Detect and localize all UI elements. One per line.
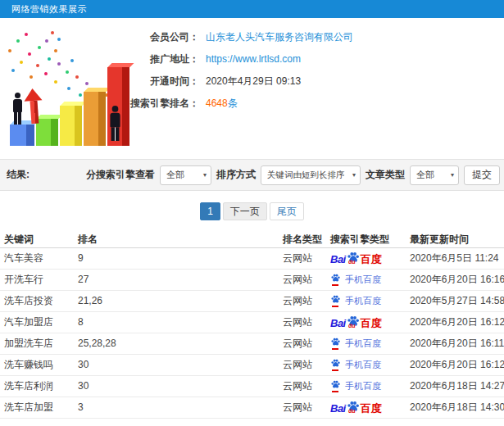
promo-url-link[interactable]: https://www.lrtlsd.com — [206, 53, 301, 65]
confetti-dots-decoration — [0, 25, 3, 28]
mobile-baidu-label: 手机百度 — [345, 274, 381, 286]
table-header-row: 关键词 排名 排名类型 搜索引擎类型 最新更新时间 — [0, 232, 504, 247]
table-row: 洗车店利润 30 云网站 手机百度 2020年6月18日 14:27 — [0, 375, 504, 397]
engine-type-cell: 手机百度 — [330, 354, 410, 375]
table-row: 洗车店投资 21,26 云网站 手机百度 2020年5月27日 14:58 — [0, 290, 504, 311]
mobile-baidu-label: 手机百度 — [345, 338, 381, 350]
keyword-cell: 洗车店加盟 — [0, 397, 78, 418]
rank-count-unit: 条 — [228, 97, 238, 109]
table-row: 洗车店加盟 3 云网站 Bai du 百度 2020年6月18日 14:30 — [0, 397, 504, 418]
filter-bar: 结果: 分搜索引擎查看 全部 ▾ 排序方式 关键词由短到长排序 ▾ 文章类型 全… — [0, 159, 504, 191]
sort-value: 关键词由短到长排序 — [267, 170, 345, 181]
rank-type-cell: 云网站 — [283, 333, 330, 354]
keyword-cell: 加盟洗车店 — [0, 333, 78, 354]
rank-count-number: 4648 — [206, 97, 228, 109]
filter-controls: 分搜索引擎查看 全部 ▾ 排序方式 关键词由短到长排序 ▾ 文章类型 全部 ▾ … — [86, 165, 500, 185]
keyword-cell: 汽车美容 — [0, 247, 78, 269]
baidu-logo: Bai du 百度 — [330, 252, 382, 265]
open-time-label: 开通时间： — [123, 75, 199, 88]
col-header-update-time: 最新更新时间 — [410, 232, 504, 247]
col-header-keyword: 关键词 — [0, 232, 78, 247]
mobile-baidu-paw-icon — [330, 359, 341, 371]
table-row: 洗车赚钱吗 30 云网站 手机百度 2020年6月20日 16:12 — [0, 354, 504, 375]
next-page-button[interactable]: 下一页 — [223, 202, 267, 220]
article-type-label: 文章类型 — [366, 168, 405, 182]
col-header-rank: 排名 — [78, 232, 283, 247]
rank-cell[interactable]: 9 — [78, 247, 283, 269]
result-label: 结果: — [7, 168, 30, 182]
engine-type-cell: Bai du 百度 — [330, 397, 410, 418]
rank-type-cell: 云网站 — [283, 375, 330, 397]
update-time-cell: 2020年6月20日 16:11 — [410, 333, 504, 354]
company-label: 会员公司： — [123, 30, 199, 44]
illustration-bar-blue — [10, 125, 34, 146]
pagination: 1 下一页 尾页 — [0, 202, 504, 221]
update-time-cell: 2020年6月18日 14:27 — [410, 375, 504, 397]
rank-cell[interactable]: 27 — [78, 269, 283, 290]
results-table: 关键词 排名 排名类型 搜索引擎类型 最新更新时间 汽车美容 9 云网站 Bai… — [0, 232, 504, 419]
sort-label: 排序方式 — [216, 168, 256, 182]
engine-type-cell: 手机百度 — [330, 269, 410, 290]
businessman-figure-right — [110, 106, 120, 141]
mobile-baidu-paw-icon — [330, 274, 341, 286]
chevron-down-icon: ▾ — [203, 171, 207, 179]
baidu-logo-cn-text: 百度 — [361, 254, 382, 265]
baidu-logo-du-text: du — [348, 323, 356, 329]
baidu-logo-bai-text: Bai — [330, 318, 346, 329]
info-row-url: 推广地址： https://www.lrtlsd.com — [123, 52, 475, 66]
rank-cell[interactable]: 21,26 — [78, 290, 283, 311]
rank-type-cell: 云网站 — [283, 290, 330, 311]
article-type-select[interactable]: 全部 ▾ — [410, 165, 459, 185]
page: 网络营销效果展示 会员公司： 山东老人头汽车服务咨询有限公司 推广地址： htt… — [0, 0, 504, 426]
chevron-down-icon: ▾ — [352, 171, 356, 179]
rank-type-cell: 云网站 — [283, 311, 330, 333]
rank-count-value: 4648条 — [206, 97, 238, 111]
baidu-logo: Bai du 百度 — [330, 315, 382, 329]
rank-cell[interactable]: 8 — [78, 311, 283, 333]
rank-cell[interactable]: 30 — [78, 375, 283, 397]
sort-select[interactable]: 关键词由短到长排序 ▾ — [261, 165, 361, 185]
title-bar: 网络营销效果展示 — [0, 0, 504, 18]
keyword-cell: 洗车赚钱吗 — [0, 354, 78, 375]
rank-cell[interactable]: 3 — [78, 397, 283, 418]
illustration-bar-yellow — [60, 106, 82, 146]
mobile-baidu-paw-icon — [330, 380, 341, 392]
engine-type-cell: 手机百度 — [330, 333, 410, 354]
engine-type-cell: 手机百度 — [330, 290, 410, 311]
info-row-rank-count: 搜索引擎排名： 4648条 — [123, 96, 475, 111]
promo-url-label: 推广地址： — [123, 52, 199, 66]
rank-type-cell: 云网站 — [283, 247, 330, 269]
baidu-logo-du-text: du — [348, 259, 356, 265]
member-info-panel: 会员公司： 山东老人头汽车服务咨询有限公司 推广地址： https://www.… — [123, 29, 475, 118]
update-time-cell: 2020年6月20日 16:12 — [410, 311, 504, 333]
mobile-baidu-label: 手机百度 — [345, 295, 381, 307]
table-row: 汽车美容 9 云网站 Bai du 百度 2020年6月5日 11:24 — [0, 247, 504, 269]
mobile-baidu-label: 手机百度 — [345, 359, 381, 371]
article-type-value: 全部 — [416, 169, 434, 181]
keyword-cell: 洗车店利润 — [0, 375, 78, 397]
update-time-cell: 2020年6月18日 14:30 — [410, 397, 504, 418]
engine-filter-select[interactable]: 全部 ▾ — [160, 165, 211, 185]
rank-cell[interactable]: 30 — [78, 354, 283, 375]
rank-type-cell: 云网站 — [283, 269, 330, 290]
submit-button[interactable]: 提交 — [464, 165, 500, 185]
up-arrow-icon — [23, 88, 43, 125]
table-row: 开洗车行 27 云网站 手机百度 2020年6月20日 16:16 — [0, 269, 504, 290]
rank-cell[interactable]: 25,28,28 — [78, 333, 283, 354]
company-link[interactable]: 山东老人头汽车服务咨询有限公司 — [206, 30, 353, 44]
illustration-bar-orange — [84, 92, 106, 146]
col-header-engine-type: 搜索引擎类型 — [330, 232, 410, 247]
chevron-down-icon: ▾ — [451, 171, 454, 179]
mobile-baidu-logo: 手机百度 — [330, 359, 381, 371]
info-row-company: 会员公司： 山东老人头汽车服务咨询有限公司 — [123, 29, 475, 44]
keyword-cell: 开洗车行 — [0, 269, 78, 290]
keyword-cell: 汽车加盟店 — [0, 311, 78, 333]
last-page-button[interactable]: 尾页 — [270, 202, 304, 220]
open-time-value: 2020年4月29日 09:13 — [206, 75, 301, 88]
baidu-logo: Bai du 百度 — [330, 401, 382, 414]
mobile-baidu-logo: 手机百度 — [330, 380, 381, 392]
page-1-button[interactable]: 1 — [200, 202, 220, 220]
rank-type-cell: 云网站 — [283, 354, 330, 375]
businessman-figure-left — [13, 93, 22, 125]
col-header-rank-type: 排名类型 — [283, 232, 330, 247]
